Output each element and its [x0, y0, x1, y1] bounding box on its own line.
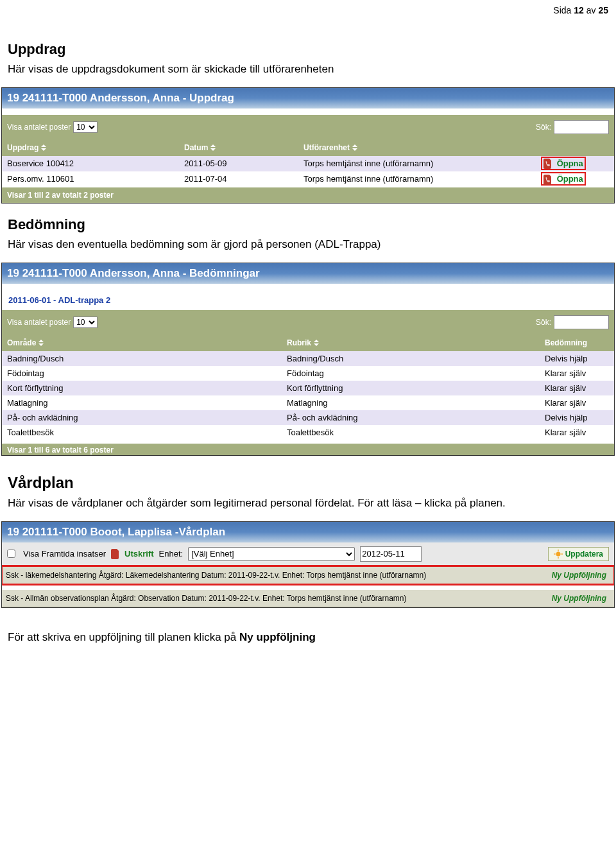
- table-row: Pers.omv. 110601 2011-07-04 Torps hemtjä…: [2, 171, 614, 187]
- vardplan-heading: Vårdplan: [8, 474, 616, 492]
- col-header-uppdrag[interactable]: Uppdrag: [2, 139, 179, 156]
- col-header-utforarenhet[interactable]: Utförarenhet: [298, 139, 536, 156]
- refresh-icon: [554, 550, 563, 559]
- col-header-datum[interactable]: Datum: [179, 139, 298, 156]
- col-header-omrade[interactable]: Område: [2, 334, 282, 351]
- vardplan-footer: För att skriva en uppföljning till plane…: [8, 630, 608, 645]
- search-input[interactable]: [554, 120, 609, 134]
- bedomning-screenshot: 19 241111-T000 Andersson, Anna - Bedömni…: [1, 263, 615, 456]
- future-label: Visa Framtida insatser: [23, 549, 106, 559]
- table-row: Boservice 100412 2011-05-09 Torps hemtjä…: [2, 156, 614, 172]
- posts-count-select[interactable]: 10: [73, 316, 98, 328]
- bedomning-toolbar: Visa antalet poster 10 Sök:: [2, 310, 614, 334]
- enhet-select[interactable]: [Välj Enhet]: [188, 547, 355, 561]
- enhet-label: Enhet:: [159, 549, 184, 559]
- uppdrag-status: Visar 1 till 2 av totalt 2 poster: [2, 187, 614, 203]
- open-link[interactable]: Öppna: [557, 174, 583, 184]
- sort-icon: [314, 340, 319, 346]
- col-header-rubrik[interactable]: Rubrik: [282, 334, 540, 351]
- vardplan-row[interactable]: Ssk - läkemedelshantering Åtgärd: Läkeme…: [2, 566, 614, 584]
- uppdatera-button[interactable]: Uppdatera: [548, 547, 609, 561]
- posts-count-select[interactable]: 10: [73, 121, 98, 133]
- ny-uppfoljning-link[interactable]: Ny Uppföljning: [552, 594, 610, 603]
- uppdrag-toolbar: Visa antalet poster 10 Sök:: [2, 115, 614, 139]
- table-row: Födointag Födointag Klarar själv: [2, 366, 614, 381]
- uppdrag-title-bar: 19 241111-T000 Andersson, Anna - Uppdrag: [2, 88, 614, 108]
- pdf-icon: [111, 549, 120, 559]
- table-row: Matlagning Matlagning Klarar själv: [2, 395, 614, 410]
- pdf-icon: [543, 159, 552, 169]
- table-row: Kort förflyttning Kort förflyttning Klar…: [2, 381, 614, 395]
- sok-label: Sök:: [536, 123, 551, 132]
- print-link[interactable]: Utskrift: [111, 549, 154, 559]
- page-number: Sida 12 av 25: [0, 0, 616, 28]
- open-link[interactable]: Öppna: [557, 159, 583, 168]
- uppdrag-screenshot: 19 241111-T000 Andersson, Anna - Uppdrag…: [1, 87, 615, 204]
- vardplan-screenshot: 19 201111-T000 Booot, Lapplisa -Vårdplan…: [1, 521, 615, 608]
- date-field[interactable]: [360, 546, 422, 562]
- svg-point-0: [556, 551, 560, 556]
- table-row: Toalettbesök Toalettbesök Klarar själv: [2, 425, 614, 440]
- visa-label: Visa antalet poster: [7, 318, 71, 327]
- pdf-icon: [543, 175, 552, 185]
- uppdrag-header-row: Uppdrag Datum Utförarenhet: [2, 139, 614, 156]
- bedomning-header-row: Område Rubrik Bedömning: [2, 334, 614, 351]
- ny-uppfoljning-link[interactable]: Ny Uppföljning: [552, 571, 610, 580]
- bedomning-heading: Bedömning: [8, 216, 616, 233]
- bedomning-date-heading: 2011-06-01 - ADL-trappa 2: [2, 284, 614, 310]
- future-checkbox[interactable]: [7, 550, 15, 558]
- sort-icon: [210, 144, 216, 151]
- uppdrag-text: Här visas de uppdragsdokument som är ski…: [8, 62, 608, 77]
- bedomning-title-bar: 19 241111-T000 Andersson, Anna - Bedömni…: [2, 263, 614, 284]
- uppdrag-heading: Uppdrag: [8, 41, 616, 58]
- vardplan-row[interactable]: Ssk - Allmän observationsplan Åtgärd: Ob…: [2, 589, 614, 607]
- search-input[interactable]: [554, 315, 609, 329]
- sort-icon: [38, 340, 44, 346]
- sok-label: Sök:: [536, 318, 551, 327]
- sort-icon: [41, 144, 46, 151]
- bedomning-text: Här visas den eventuella bedömning som ä…: [8, 237, 608, 252]
- vardplan-text: Här visas de vårdplaner och åtgärder som…: [8, 496, 608, 511]
- vardplan-title-bar: 19 201111-T000 Booot, Lapplisa -Vårdplan: [2, 522, 614, 542]
- sort-icon: [352, 144, 357, 151]
- bedomning-status: Visar 1 till 6 av totalt 6 poster: [2, 444, 614, 455]
- col-header-bedomning[interactable]: Bedömning: [540, 334, 614, 351]
- table-row: Badning/Dusch Badning/Dusch Delvis hjälp: [2, 351, 614, 366]
- table-row: På- och avklädning På- och avklädning De…: [2, 410, 614, 425]
- visa-label: Visa antalet poster: [7, 123, 71, 132]
- vardplan-toolbar: Visa Framtida insatser Utskrift Enhet: […: [2, 542, 614, 566]
